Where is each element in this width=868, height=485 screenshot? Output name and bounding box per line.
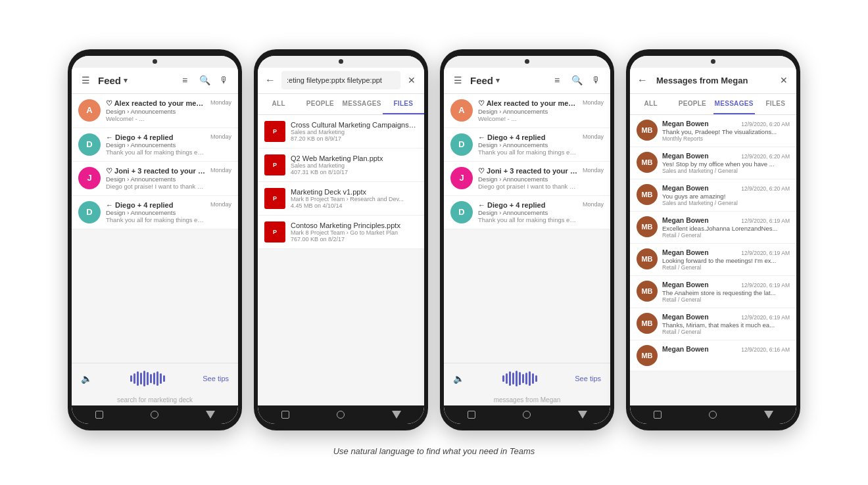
file-list-2: P Cross Cultural Marketing Campaigns.ppt… [258,115,424,405]
msg-channel: Retail / General [662,296,790,303]
tab-messages[interactable]: MESSAGES [341,94,383,114]
megan-avatar: MB [637,120,658,141]
hamburger-icon[interactable]: ☰ [78,73,93,87]
file-name: Marketing Deck v1.pptx [291,188,418,196]
message-item[interactable]: MB Megan Bowen 12/9/2020, 6:19 AM Thanks… [630,308,796,340]
close-icon-2[interactable]: ✕ [404,73,419,87]
msg-text: Thank you, Pradeep! The visualizations..… [662,128,790,135]
msg-channel: Monthly Reports [662,135,790,142]
msg-content: Megan Bowen 12/9/2020, 6:20 AM Thank you… [662,120,790,142]
filter-icon-3[interactable]: ≡ [550,73,564,87]
message-item[interactable]: MB Megan Bowen 12/9/2020, 6:19 AM The An… [630,276,796,308]
avatar: D [78,133,101,156]
nav-circle-btn-3[interactable] [519,410,534,419]
file-item[interactable]: P Q2 Web Marketing Plan.pptx Sales and M… [258,149,424,182]
msg-time: 12/9/2020, 6:20 AM [741,121,790,127]
phone1-screen: ☰ Feed ▾ ≡ 🔍 🎙 A ♡ Alex reacted to your … [72,56,238,424]
nav-square-btn-2[interactable] [278,410,293,419]
pptx-icon: P [264,221,285,242]
feed-preview-text: Thank you all for making things easy, th… [478,149,577,156]
file-item[interactable]: P Marketing Deck v1.pptx Mark 8 Project … [258,182,424,216]
message-item[interactable]: MB Megan Bowen 12/9/2020, 6:19 AM Excell… [630,212,796,244]
phones-row: ☰ Feed ▾ ≡ 🔍 🎙 A ♡ Alex reacted to your … [55,30,813,437]
feed-item[interactable]: A ♡ Alex reacted to your message Design … [444,94,610,128]
tab-people[interactable]: PEOPLE [299,94,341,114]
search-icon-3[interactable]: 🔍 [569,73,584,87]
speaker-icon-3[interactable]: 🔈 [453,373,464,384]
msg-content: Megan Bowen 12/9/2020, 6:19 AM The Anahe… [662,281,790,303]
message-item[interactable]: MB Megan Bowen 12/9/2020, 6:20 AM Thank … [630,115,796,147]
feed-list-1: A ♡ Alex reacted to your message Design … [72,94,238,363]
filter-icon[interactable]: ≡ [178,73,192,87]
nav-triangle-btn-1[interactable] [203,410,218,419]
nav-triangle-btn-2[interactable] [389,410,404,419]
close-icon-4[interactable]: ✕ [777,73,791,87]
tab-files[interactable]: FILES [383,94,424,114]
mic-icon-3[interactable]: 🎙 [589,73,604,87]
wave-bar [529,371,531,386]
msg-list-4: MB Megan Bowen 12/9/2020, 6:20 AM Thank … [630,115,796,405]
feed-title-text: ♡ Joni + 3 reacted to your message [106,167,205,175]
search-box-2[interactable]: :eting filetype:pptx filetype:ppt [281,71,400,89]
feed-item[interactable]: A ♡ Alex reacted to your message Design … [72,94,238,128]
search-icon[interactable]: 🔍 [197,73,212,87]
nav-square-btn-4[interactable] [650,410,665,419]
message-item[interactable]: MB Megan Bowen 12/9/2020, 6:16 AM [630,340,796,371]
msg-content: Megan Bowen 12/9/2020, 6:19 AM Excellent… [662,216,790,239]
feed-item[interactable]: J ♡ Joni + 3 reacted to your message Des… [444,162,610,196]
message-item[interactable]: MB Megan Bowen 12/9/2020, 6:20 AM Yes! S… [630,147,796,179]
feed-item[interactable]: D ← Diego + 4 replied Design › Announcem… [444,128,610,162]
message-item[interactable]: MB Megan Bowen 12/9/2020, 6:19 AM Lookin… [630,244,796,276]
msg-channel: Retail / General [662,232,790,239]
see-tips-1[interactable]: See tips [203,375,229,382]
tab-all[interactable]: ALL [630,94,671,114]
msg-sender: Megan Bowen [662,216,709,224]
wave-bar [133,373,135,384]
nav-circle-btn-1[interactable] [147,410,162,419]
see-tips-3[interactable]: See tips [575,375,601,382]
camera-dot-4 [711,59,715,64]
nav-square-btn-3[interactable] [464,410,479,419]
file-item[interactable]: P Cross Cultural Marketing Campaigns.ppt… [258,115,424,149]
nav-square-btn-1[interactable] [92,410,107,419]
nav-triangle-btn-4[interactable] [761,410,776,419]
feed-preview-text: Thank you all for making things easy, th… [106,149,205,156]
nav-circle-btn-4[interactable] [706,410,720,419]
feed-preview-text: Welcome! - ... [106,115,205,122]
tab-people[interactable]: PEOPLE [671,94,713,114]
mic-icon[interactable]: 🎙 [217,73,231,87]
message-item[interactable]: MB Megan Bowen 12/9/2020, 6:20 AM You gu… [630,179,796,212]
phone3: ☰ Feed ▾ ≡ 🔍 🎙 A ♡ Alex reacted to your … [440,49,614,430]
msg-text: The Anaheim store is requesting the lat.… [662,289,790,296]
file-item[interactable]: P Contoso Marketing Principles.pptx Mark… [258,216,424,249]
feed-sub-text: Design › Announcements [478,209,577,216]
file-location: Mark 8 Project Team › Go to Market Plan [291,229,418,236]
msg-content: Megan Bowen 12/9/2020, 6:16 AM [662,345,790,354]
megan-avatar: MB [637,313,658,334]
msg-time: 12/9/2020, 6:19 AM [741,250,790,256]
feed-item[interactable]: D ← Diego + 4 replied Design › Announcem… [72,128,238,162]
hamburger-icon-3[interactable]: ☰ [450,73,465,87]
feed-item[interactable]: D ← Diego + 4 replied Design › Announcem… [444,196,610,229]
wave-bar [130,375,132,382]
feed-item[interactable]: J ♡ Joni + 3 reacted to your message Des… [72,162,238,196]
back-icon-4[interactable]: ← [635,73,650,87]
msg-time: 12/9/2020, 6:19 AM [741,218,790,224]
speaker-icon-1[interactable]: 🔈 [81,373,92,384]
feed-item[interactable]: D ← Diego + 4 replied Design › Announcem… [72,196,238,229]
msg-time: 12/9/2020, 6:19 AM [741,282,790,289]
wave-bar [147,372,149,385]
avatar: A [450,99,473,122]
tab-all[interactable]: ALL [258,94,299,114]
tab-files[interactable]: FILES [755,94,796,114]
phone4-screen: ← Messages from Megan ✕ ALLPEOPLEMESSAGE… [630,56,796,424]
app-header-3: ☰ Feed ▾ ≡ 🔍 🎙 [444,68,610,94]
phone4-wrapper: ← Messages from Megan ✕ ALLPEOPLEMESSAGE… [626,49,800,430]
msg-text: Looking forward to the meetings! I'm ex.… [662,257,790,264]
tab-messages[interactable]: MESSAGES [713,94,755,114]
phone3-wrapper: ☰ Feed ▾ ≡ 🔍 🎙 A ♡ Alex reacted to your … [440,49,614,430]
nav-circle-btn-2[interactable] [333,410,348,419]
msg-text: You guys are amazing! [662,193,790,200]
back-icon-2[interactable]: ← [263,73,277,87]
nav-triangle-btn-3[interactable] [575,410,590,419]
